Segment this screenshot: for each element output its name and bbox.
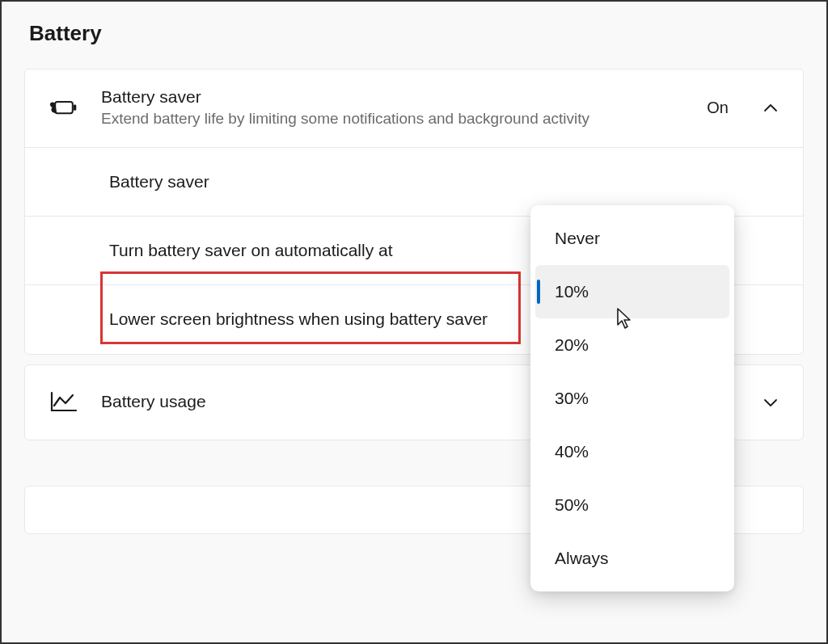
- dropdown-option-40[interactable]: 40%: [535, 425, 729, 478]
- battery-saver-icon: [49, 97, 78, 120]
- dropdown-option-always[interactable]: Always: [535, 532, 729, 585]
- battery-saver-title: Battery saver: [101, 87, 684, 107]
- svg-rect-1: [74, 104, 77, 110]
- dropdown-option-never[interactable]: Never: [535, 212, 729, 265]
- auto-on-label: Turn battery saver on automatically at: [109, 239, 489, 262]
- chevron-up-icon[interactable]: [763, 100, 779, 116]
- chart-icon: [49, 391, 78, 414]
- svg-rect-0: [55, 102, 73, 113]
- dropdown-option-30[interactable]: 30%: [535, 372, 729, 425]
- dropdown-option-20[interactable]: 20%: [535, 318, 729, 372]
- battery-saver-toggle-label: Battery saver: [109, 170, 489, 193]
- battery-saver-description: Extend battery life by limiting some not…: [101, 108, 684, 129]
- page-title: Battery: [29, 21, 804, 46]
- dropdown-option-50[interactable]: 50%: [535, 478, 729, 532]
- battery-saver-status: On: [707, 99, 729, 117]
- dropdown-option-10[interactable]: 10%: [535, 265, 729, 318]
- chevron-down-icon[interactable]: [763, 394, 779, 410]
- brightness-label: Lower screen brightness when using batte…: [109, 308, 489, 330]
- auto-on-dropdown-menu: Never 10% 20% 30% 40% 50% Always: [530, 205, 734, 591]
- battery-saver-header[interactable]: Battery saver Extend battery life by lim…: [25, 69, 803, 147]
